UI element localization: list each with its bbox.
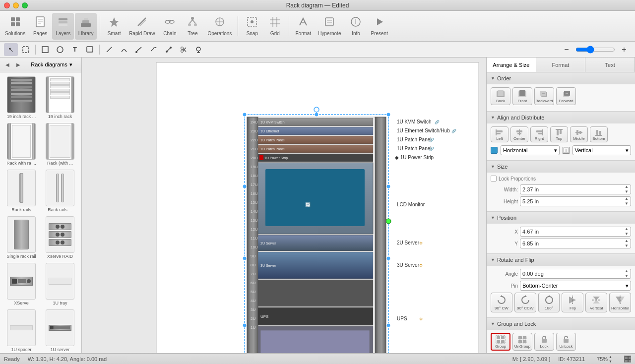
unlock-button[interactable]: UnLock: [556, 333, 576, 351]
sidebar-item-xserve-raid[interactable]: Xserve RAID: [41, 214, 79, 261]
toolbar-info[interactable]: i Info: [345, 13, 367, 40]
align-right-button[interactable]: Right: [530, 126, 548, 142]
ungroup-button[interactable]: UnGroup: [512, 333, 532, 351]
align-left-button[interactable]: Left: [491, 126, 508, 142]
rotate-90cw-button[interactable]: 90° CW: [491, 293, 512, 312]
toolbar-present[interactable]: Present: [368, 13, 390, 40]
toolbar-tree[interactable]: Tree: [182, 13, 203, 40]
tool-multi-select[interactable]: [19, 43, 33, 56]
sidebar-item-1u-tray[interactable]: 1U tray: [41, 261, 79, 307]
tool-line[interactable]: [102, 43, 116, 56]
x-input[interactable]: 4.67 in ▲ ▼: [520, 227, 631, 237]
sidebar-item-19-inch-rack-dark[interactable]: 19 inch rack ...: [2, 74, 41, 121]
pin-dropdown[interactable]: Bottom-Center ▾: [520, 281, 631, 291]
flip-button[interactable]: Flip: [562, 293, 583, 312]
vertical-distribute-dropdown[interactable]: Vertical ▾: [572, 145, 632, 155]
toolbar-library[interactable]: Library: [75, 13, 97, 40]
zoom-slider[interactable]: [575, 46, 615, 54]
toolbar-solutions[interactable]: Solutions: [2, 13, 28, 40]
toolbar-smart[interactable]: Smart: [103, 13, 125, 40]
section-order-header[interactable]: ▼ Order: [487, 72, 635, 84]
sidebar-item-1u-spacer[interactable]: 1U spacer: [2, 307, 41, 353]
width-stepper[interactable]: ▲ ▼: [625, 184, 629, 194]
vertical-flip-button[interactable]: Vertical: [585, 293, 607, 312]
zoom-down[interactable]: ▼: [609, 359, 612, 364]
order-backward-button[interactable]: Backward: [534, 87, 554, 105]
align-top-button[interactable]: Top: [550, 126, 568, 142]
tool-arc[interactable]: [117, 43, 131, 56]
section-group-lock-header[interactable]: ▼ Group and Lock: [487, 318, 635, 330]
tool-connect[interactable]: [162, 43, 176, 56]
x-stepper[interactable]: ▲ ▼: [625, 227, 629, 237]
angle-up[interactable]: ▲: [625, 269, 629, 274]
horizontal-distribute-dropdown[interactable]: Horizontal ▾: [501, 145, 560, 155]
toolbar-snap[interactable]: Snap: [241, 13, 263, 40]
tool-rect[interactable]: [38, 43, 52, 56]
sidebar-forward-button[interactable]: ▶: [14, 60, 23, 69]
tool-ellipse[interactable]: [53, 43, 67, 56]
group-button[interactable]: Group: [491, 333, 510, 351]
close-button[interactable]: [4, 2, 10, 8]
tool-stamp[interactable]: [191, 43, 205, 56]
zoom-in-button[interactable]: +: [617, 43, 631, 56]
sidebar-title-area[interactable]: Rack diagrams ▾: [25, 61, 78, 68]
angle-down[interactable]: ▼: [625, 274, 629, 279]
tool-freehand[interactable]: [147, 43, 161, 56]
toolbar-operations[interactable]: Operations: [204, 13, 235, 40]
tool-select[interactable]: ↖: [4, 43, 18, 56]
angle-input[interactable]: 0.00 deg ▲ ▼: [520, 269, 631, 279]
rotate-90ccw-button[interactable]: 90° CCW: [514, 293, 536, 312]
sidebar-item-single-rack-rail[interactable]: Single rack rail: [2, 214, 41, 261]
sidebar-item-1u-server[interactable]: 1U server: [41, 307, 79, 353]
width-down[interactable]: ▼: [625, 189, 629, 194]
y-down[interactable]: ▼: [625, 243, 629, 248]
y-up[interactable]: ▲: [625, 239, 629, 243]
section-size-header[interactable]: ▼ Size: [487, 161, 635, 173]
width-up[interactable]: ▲: [625, 184, 629, 189]
maximize-button[interactable]: [22, 2, 28, 8]
order-front-button[interactable]: Front: [512, 87, 532, 105]
zoom-out-button[interactable]: −: [560, 43, 573, 56]
zoom-up[interactable]: ▲: [609, 355, 612, 359]
align-bottom-button[interactable]: Bottom: [590, 126, 608, 142]
section-align-header[interactable]: ▼ Align and Distribute: [487, 112, 635, 123]
tool-pen[interactable]: [132, 43, 146, 56]
section-rotate-header[interactable]: ▼ Rotate and Flip: [487, 254, 635, 266]
height-input[interactable]: 5.25 in ▲ ▼: [520, 196, 631, 206]
tab-format[interactable]: Format: [536, 58, 586, 72]
lock-proportions-checkbox[interactable]: [491, 176, 497, 182]
sidebar-item-rack-rails-right[interactable]: Rack rails ...: [41, 168, 79, 214]
height-down[interactable]: ▼: [625, 201, 629, 206]
height-stepper[interactable]: ▲ ▼: [625, 196, 629, 206]
sidebar-back-button[interactable]: ◀: [3, 60, 12, 69]
order-forward-button[interactable]: Forward: [556, 87, 576, 105]
sidebar-item-xserve[interactable]: XServe: [2, 261, 41, 307]
lock-button[interactable]: Lock: [534, 333, 554, 351]
zoom-stepper[interactable]: ▲ ▼: [609, 355, 612, 364]
angle-stepper[interactable]: ▲ ▼: [625, 269, 629, 279]
x-down[interactable]: ▼: [625, 232, 629, 237]
width-input[interactable]: 2.37 in ▲ ▼: [520, 184, 631, 194]
sidebar-item-rack-with-rails[interactable]: Rack with ra ...: [2, 121, 41, 168]
tab-text[interactable]: Text: [585, 58, 635, 72]
horizontal-flip-button[interactable]: Horizontal: [609, 293, 631, 312]
tool-note[interactable]: [83, 43, 97, 56]
tab-arrange-size[interactable]: Arrange & Size: [487, 58, 536, 72]
y-stepper[interactable]: ▲ ▼: [625, 239, 629, 248]
toolbar-pages[interactable]: Pages: [29, 13, 51, 40]
toolbar-grid[interactable]: Grid: [264, 13, 286, 40]
sidebar-item-rack-rails-left[interactable]: Rack rails: [2, 168, 41, 214]
rotate-180-button[interactable]: 180°: [538, 293, 560, 312]
sidebar-item-19-inch-rack-light[interactable]: 19 inch rack: [41, 74, 79, 121]
order-back-button[interactable]: Back: [491, 87, 510, 105]
toolbar-layers[interactable]: Layers: [52, 13, 74, 40]
toolbar-rapid-draw[interactable]: Rapid Draw: [126, 13, 158, 40]
x-up[interactable]: ▲: [625, 227, 629, 232]
toolbar-format[interactable]: Format: [292, 13, 314, 40]
toolbar-chain[interactable]: Chain: [159, 13, 181, 40]
canvas-area[interactable]: 24U 23U 22U 21U 20U 19U 18U 17U 16U 15U …: [82, 58, 486, 353]
tool-text[interactable]: T: [68, 43, 82, 56]
align-center-button[interactable]: Center: [510, 126, 528, 142]
align-middle-button[interactable]: Middle: [570, 126, 588, 142]
minimize-button[interactable]: [13, 2, 19, 8]
